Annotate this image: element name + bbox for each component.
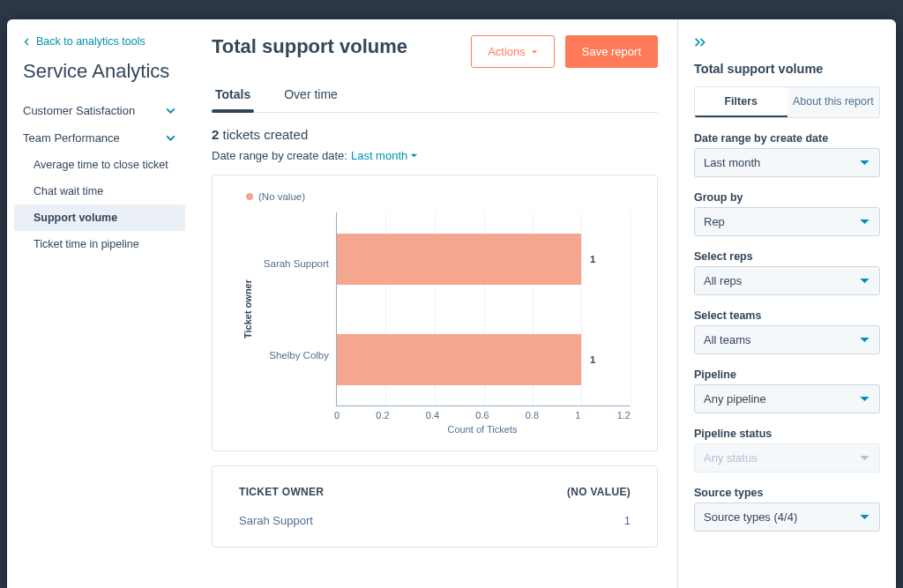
tab-over-time[interactable]: Over time [280, 80, 341, 112]
filter-pipeline: Pipeline Any pipeline [694, 368, 880, 413]
table-card: Ticket Owner (No value) Sarah Support 1 [212, 465, 658, 547]
caret-down-icon [859, 334, 870, 346]
filter-daterange: Date range by create date Last month [694, 132, 880, 177]
filter-label: Group by [694, 191, 880, 204]
select-pipeline-status: Any status [694, 443, 880, 473]
header-row: Total support volume Actions Save report [212, 35, 658, 68]
select-source-types[interactable]: Source types (4/4) [694, 502, 880, 532]
modal: Back to analytics tools Service Analytic… [7, 19, 896, 588]
select-daterange[interactable]: Last month [694, 148, 880, 177]
back-link-label: Back to analytics tools [36, 35, 146, 48]
daterange-value-link[interactable]: Last month [351, 149, 418, 162]
rp-tab-filters[interactable]: Filters [695, 87, 787, 117]
chart-plot: 1 1 [336, 212, 631, 406]
table-cell-novalue: 1 [624, 514, 631, 527]
table-row: Sarah Support 1 [239, 498, 631, 527]
select-groupby[interactable]: Rep [694, 207, 880, 236]
sidebar-section-customer-satisfaction[interactable]: Customer Satisfaction [7, 97, 192, 124]
chart-xticks: 0 0.2 0.4 0.6 0.8 1 1.2 [334, 410, 631, 421]
filter-teams: Select teams All teams [694, 309, 880, 354]
filter-label: Pipeline status [694, 428, 880, 440]
sidebar-item-support-volume[interactable]: Support volume [14, 205, 185, 231]
filter-groupby: Group by Rep [694, 191, 880, 236]
xtick: 0.2 [376, 410, 389, 421]
chart-category: Shelby Colby [260, 350, 329, 361]
chart-bar-value: 1 [590, 254, 595, 264]
caret-down-icon [410, 152, 418, 160]
filter-label: Source types [694, 487, 880, 499]
chart-bar: 1 [337, 334, 581, 385]
select-value: Rep [704, 215, 725, 228]
xtick: 0.4 [426, 410, 439, 421]
back-link[interactable]: Back to analytics tools [7, 35, 192, 60]
sidebar-section-label: Customer Satisfaction [23, 104, 135, 117]
filter-label: Select reps [694, 250, 880, 263]
chart-categories: Sarah Support Shelby Colby [257, 212, 336, 406]
filter-pipeline-status: Pipeline status Any status [694, 428, 880, 473]
select-teams[interactable]: All teams [694, 325, 880, 354]
caret-down-icon [859, 275, 870, 287]
chart-ylabel: Ticket owner [239, 279, 257, 339]
page-title: Total support volume [212, 35, 407, 58]
sidebar-section-team-performance[interactable]: Team Performance [7, 124, 192, 152]
chevron-left-icon [23, 38, 31, 46]
select-reps[interactable]: All reps [694, 266, 880, 295]
table-cell-owner: Sarah Support [239, 514, 313, 527]
actions-button[interactable]: Actions [471, 35, 555, 68]
table-col-owner: Ticket Owner [239, 486, 324, 498]
sidebar-item-ticket-pipeline[interactable]: Ticket time in pipeline [7, 231, 192, 257]
filter-label: Date range by create date [694, 132, 880, 145]
select-value: All reps [704, 274, 742, 287]
table-col-novalue: (No value) [567, 486, 631, 498]
filter-reps: Select reps All reps [694, 250, 880, 295]
main-tabs: Totals Over time [212, 80, 658, 113]
caret-down-icon [859, 511, 870, 523]
save-report-label: Save report [582, 45, 641, 58]
right-panel-tabs: Filters About this report [694, 86, 880, 118]
select-pipeline[interactable]: Any pipeline [694, 384, 880, 413]
select-value: Any status [704, 451, 757, 465]
xtick: 0 [334, 410, 340, 421]
header-actions: Actions Save report [471, 35, 658, 68]
sidebar-title: Service Analytics [7, 60, 192, 97]
xtick: 1 [575, 410, 580, 421]
sidebar: Back to analytics tools Service Analytic… [7, 19, 192, 588]
sidebar-item-avg-close[interactable]: Average time to close ticket [7, 152, 192, 178]
actions-button-label: Actions [488, 45, 526, 58]
xtick: 0.8 [526, 410, 539, 421]
chevron-down-icon [165, 132, 176, 144]
chevron-down-icon [165, 105, 176, 116]
caret-down-icon [859, 157, 870, 168]
chart-bar-value: 1 [590, 354, 595, 365]
tab-totals[interactable]: Totals [212, 80, 254, 112]
chart-category: Sarah Support [260, 258, 329, 269]
collapse-panel-icon[interactable] [694, 33, 712, 51]
rp-tab-about[interactable]: About this report [787, 87, 880, 117]
caret-down-icon [859, 452, 870, 464]
chart-body: Ticket owner Sarah Support Shelby Colby … [239, 212, 631, 406]
filter-source-types: Source types Source types (4/4) [694, 487, 880, 532]
chart-legend: (No value) [246, 191, 631, 202]
chart-xlabel: Count of Tickets [334, 424, 631, 435]
chart-xticks-wrap: 0 0.2 0.4 0.6 0.8 1 1.2 Count of Tickets [334, 410, 631, 435]
save-report-button[interactable]: Save report [565, 35, 658, 68]
sidebar-section-label: Team Performance [23, 131, 120, 145]
select-value: All teams [704, 333, 750, 346]
main: Total support volume Actions Save report… [192, 19, 677, 588]
chart-card: (No value) Ticket owner Sarah Support Sh… [212, 175, 658, 451]
table-head: Ticket Owner (No value) [239, 486, 631, 498]
legend-label: (No value) [258, 191, 305, 202]
select-value: Last month [704, 156, 760, 169]
daterange-row: Date range by create date: Last month [212, 149, 658, 162]
right-panel: Total support volume Filters About this … [677, 19, 896, 588]
daterange-label: Date range by create date: [212, 149, 347, 162]
daterange-value: Last month [351, 149, 407, 162]
sidebar-item-chat-wait[interactable]: Chat wait time [7, 178, 192, 205]
select-value: Source types (4/4) [704, 510, 797, 524]
filter-label: Select teams [694, 309, 880, 322]
xtick: 1.2 [617, 410, 631, 421]
caret-down-icon [531, 48, 538, 56]
caret-down-icon [859, 216, 870, 227]
summary-suffix: tickets created [219, 127, 308, 142]
caret-down-icon [859, 393, 870, 405]
